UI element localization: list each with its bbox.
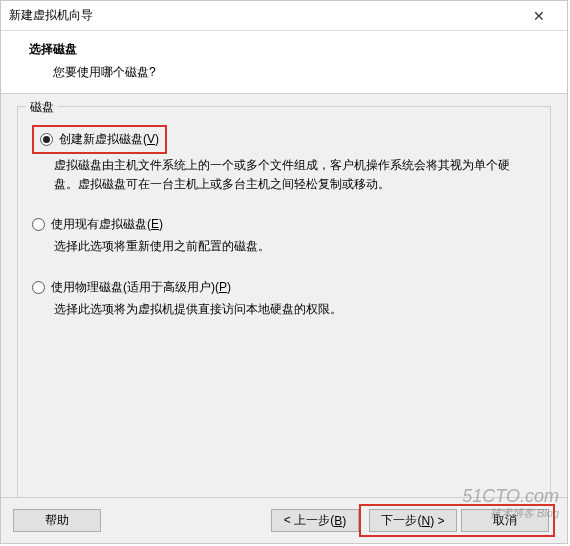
close-icon[interactable]: ✕ bbox=[519, 8, 559, 24]
radio-use-physical-disk-label[interactable]: 使用物理磁盘(适用于高级用户)(P) bbox=[51, 279, 231, 296]
option-physical-desc: 选择此选项将为虚拟机提供直接访问本地硬盘的权限。 bbox=[54, 300, 526, 319]
content-area: 磁盘 创建新虚拟磁盘(V) 虚拟磁盘由主机文件系统上的一个或多个文件组成，客户机… bbox=[1, 94, 567, 504]
group-legend: 磁盘 bbox=[26, 99, 58, 116]
window-title: 新建虚拟机向导 bbox=[9, 7, 519, 24]
wizard-dialog: 新建虚拟机向导 ✕ 选择磁盘 您要使用哪个磁盘? 磁盘 创建新虚拟磁盘(V) 虚… bbox=[0, 0, 568, 544]
cancel-button[interactable]: 取消 bbox=[461, 509, 549, 532]
option-existing-desc: 选择此选项将重新使用之前配置的磁盘。 bbox=[54, 237, 526, 256]
highlight-selected-option: 创建新虚拟磁盘(V) bbox=[32, 125, 167, 154]
option-existing-row: 使用现有虚拟磁盘(E) bbox=[32, 216, 536, 233]
radio-use-physical-disk[interactable] bbox=[32, 281, 45, 294]
option-physical-row: 使用物理磁盘(适用于高级用户)(P) bbox=[32, 279, 536, 296]
radio-use-existing-disk-label[interactable]: 使用现有虚拟磁盘(E) bbox=[51, 216, 163, 233]
header-subtitle: 您要使用哪个磁盘? bbox=[53, 64, 551, 81]
back-button[interactable]: < 上一步(B) bbox=[271, 509, 359, 532]
radio-create-new-disk-label[interactable]: 创建新虚拟磁盘(V) bbox=[59, 131, 159, 148]
header-panel: 选择磁盘 您要使用哪个磁盘? bbox=[1, 31, 567, 94]
radio-create-new-disk[interactable] bbox=[40, 133, 53, 146]
title-bar: 新建虚拟机向导 ✕ bbox=[1, 1, 567, 31]
highlight-next-button: 下一步(N) > 取消 bbox=[359, 504, 555, 537]
radio-use-existing-disk[interactable] bbox=[32, 218, 45, 231]
next-button[interactable]: 下一步(N) > bbox=[369, 509, 457, 532]
help-button[interactable]: 帮助 bbox=[13, 509, 101, 532]
option-create-desc: 虚拟磁盘由主机文件系统上的一个或多个文件组成，客户机操作系统会将其视为单个硬盘。… bbox=[54, 156, 526, 194]
header-title: 选择磁盘 bbox=[29, 41, 551, 58]
footer-bar: 帮助 < 上一步(B) 下一步(N) > 取消 bbox=[1, 497, 567, 543]
disk-group: 磁盘 创建新虚拟磁盘(V) 虚拟磁盘由主机文件系统上的一个或多个文件组成，客户机… bbox=[17, 106, 551, 501]
